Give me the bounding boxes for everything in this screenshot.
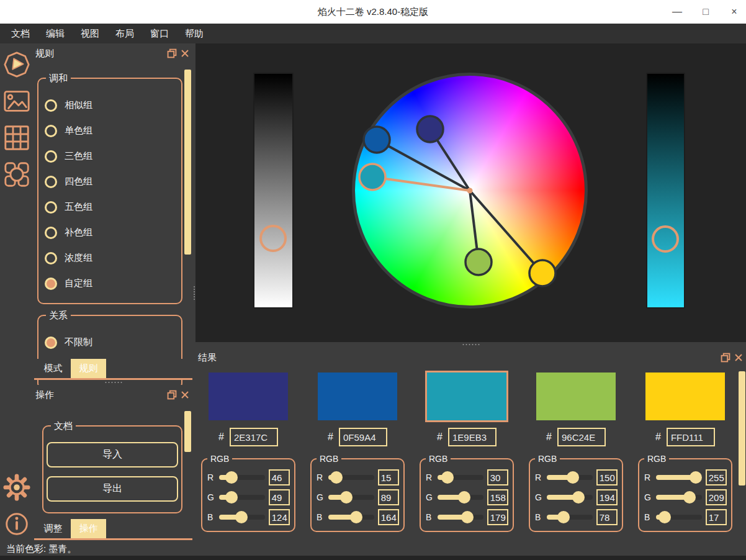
panel-splitter-handle[interactable] [105,382,122,383]
slider-knob[interactable] [441,471,454,484]
rules-scrollbar-thumb[interactable] [184,70,191,255]
channel-slider-R[interactable] [438,475,483,480]
channel-slider-B[interactable] [328,515,374,520]
channel-value-input[interactable]: 255 [706,469,727,485]
menu-item-help[interactable]: 帮助 [178,24,211,43]
channel-value-input[interactable]: 49 [269,489,290,505]
menu-item-layout[interactable]: 布局 [108,24,142,43]
channel-slider-B[interactable] [547,515,593,520]
hex-input[interactable]: 0F59A4 [339,428,387,446]
grayscale-bar-handle[interactable] [261,226,285,251]
channel-value-input[interactable]: 89 [378,489,399,505]
settings-gear-icon[interactable] [2,473,31,502]
harmony-option-pentadic[interactable]: 五色组 [38,194,181,220]
harmony-option-tetradic[interactable]: 四色组 [38,169,181,194]
wheel-center-dot[interactable] [467,188,473,194]
channel-value-input[interactable]: 209 [706,489,727,505]
color-swatch[interactable] [427,373,506,420]
slider-knob[interactable] [658,511,671,523]
relation-option-unrestricted[interactable]: 不限制 [38,330,181,355]
tab-adjust[interactable]: 调整 [35,519,71,538]
color-swatch[interactable] [645,373,725,420]
harmony-option-analogous[interactable]: 相似组 [38,93,181,118]
hex-input[interactable]: 2E317C [230,428,278,446]
channel-slider-R[interactable] [547,475,593,480]
menu-item-window[interactable]: 窗口 [143,24,176,43]
value-bar-handle[interactable] [653,227,678,251]
close-button[interactable]: × [727,0,741,24]
harmony-option-complementary[interactable]: 补色组 [38,220,181,245]
color-swatch[interactable] [318,373,397,420]
channel-value-input[interactable]: 30 [487,469,508,485]
import-button[interactable]: 导入 [47,442,178,467]
slider-knob[interactable] [557,511,570,523]
slider-knob[interactable] [461,511,474,523]
channel-slider-R[interactable] [328,475,374,480]
wheel-handle[interactable] [465,249,492,275]
harmony-option-monochrome[interactable]: 单色组 [38,118,181,143]
channel-slider-B[interactable] [219,515,265,520]
float-panel-icon[interactable] [721,353,730,363]
channel-value-input[interactable]: 158 [487,489,508,505]
close-panel-icon[interactable] [181,391,189,399]
channel-slider-G[interactable] [547,495,593,500]
slider-knob[interactable] [572,491,585,504]
float-panel-icon[interactable] [167,48,177,58]
channel-value-input[interactable]: 78 [596,509,618,525]
hex-input[interactable]: FFD111 [667,428,715,446]
color-swatch[interactable] [209,373,288,420]
channel-slider-R[interactable] [219,475,265,480]
slider-knob[interactable] [567,471,579,484]
color-swatch[interactable] [536,373,616,420]
image-icon[interactable] [2,87,31,115]
export-button[interactable]: 导出 [47,476,178,502]
hex-input[interactable]: 96C24E [557,428,606,446]
channel-slider-G[interactable] [656,495,702,500]
menu-item-view[interactable]: 视图 [73,24,107,43]
wheel-handle-selected[interactable] [359,164,385,190]
channel-slider-G[interactable] [219,495,265,500]
channel-value-input[interactable]: 194 [596,489,618,505]
tab-mode[interactable]: 模式 [35,359,71,378]
minimize-button[interactable]: — [670,0,684,24]
grid-icon[interactable] [2,124,31,152]
float-panel-icon[interactable] [167,390,177,400]
channel-slider-G[interactable] [438,495,483,500]
menu-item-document[interactable]: 文档 [4,24,37,43]
tab-rules[interactable]: 规则 [71,359,106,378]
channel-value-input[interactable]: 150 [596,469,618,485]
slider-knob[interactable] [350,511,362,523]
slider-knob[interactable] [340,491,353,504]
slider-knob[interactable] [690,471,702,484]
results-scrollbar-thumb[interactable] [739,371,745,485]
close-panel-icon[interactable] [181,49,189,58]
close-panel-icon[interactable] [734,353,743,362]
slider-knob[interactable] [330,471,343,484]
channel-value-input[interactable]: 164 [378,509,399,525]
channel-value-input[interactable]: 124 [269,509,290,525]
harmony-option-custom[interactable]: 自定组 [38,271,181,296]
tab-operations[interactable]: 操作 [71,519,106,538]
channel-slider-G[interactable] [328,495,374,500]
channel-value-input[interactable]: 46 [269,469,290,485]
wheel-handle[interactable] [529,260,555,286]
channel-value-input[interactable]: 179 [487,509,508,525]
harmony-option-saturation[interactable]: 浓度组 [38,245,181,271]
logo-icon[interactable] [2,50,31,79]
maximize-button[interactable]: □ [699,0,712,24]
channel-value-input[interactable]: 15 [378,469,399,485]
wheel-handle[interactable] [417,116,443,142]
menu-item-edit[interactable]: 编辑 [38,24,72,43]
channel-slider-B[interactable] [438,515,483,520]
channel-value-input[interactable]: 17 [706,509,727,525]
slider-knob[interactable] [225,491,238,504]
channel-slider-B[interactable] [656,515,702,520]
harmony-option-triadic[interactable]: 三色组 [38,143,181,169]
operations-scrollbar-thumb[interactable] [184,411,191,452]
slider-knob[interactable] [458,491,470,504]
wheel-handle[interactable] [364,127,390,153]
slider-knob[interactable] [235,511,248,523]
info-icon[interactable] [2,510,31,538]
channel-slider-R[interactable] [656,475,702,480]
slider-knob[interactable] [683,491,696,504]
